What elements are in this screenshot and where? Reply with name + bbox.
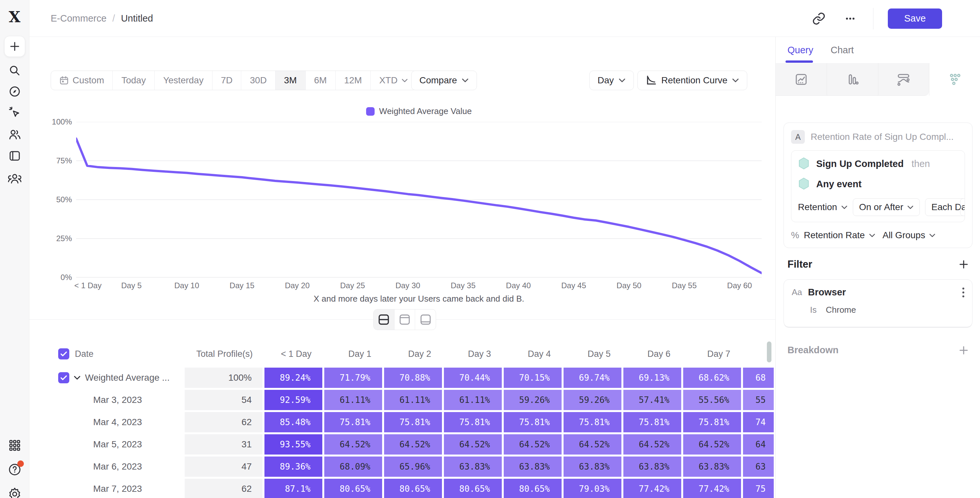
retention-cell[interactable]: 63.83%	[503, 455, 563, 478]
retention-cell-clipped[interactable]: 63	[742, 455, 775, 478]
sidebar-item-users[interactable]	[8, 128, 22, 142]
retention-cell[interactable]: 68.62%	[682, 367, 742, 389]
retention-cell[interactable]: 75.81%	[443, 411, 503, 433]
retention-cell[interactable]: 80.65%	[503, 478, 563, 498]
retention-cell[interactable]: 63.83%	[563, 455, 622, 478]
breadcrumb-title[interactable]: Untitled	[121, 13, 153, 24]
retention-cell[interactable]: 75.81%	[622, 411, 682, 433]
retention-cell[interactable]: 61.11%	[323, 389, 383, 411]
retention-cell-clipped[interactable]: 74	[742, 411, 775, 433]
tab-query[interactable]: Query	[788, 45, 813, 56]
event-step-1[interactable]: Sign Up Completed then	[798, 156, 958, 171]
measure-dropdown[interactable]: Retention Rate	[804, 230, 875, 240]
sidebar-item-apps[interactable]	[8, 439, 21, 452]
share-link-button[interactable]	[810, 10, 827, 27]
retention-cell[interactable]: 70.15%	[503, 367, 563, 389]
sidebar-item-events[interactable]	[8, 105, 22, 119]
compare-button[interactable]: Compare	[411, 71, 477, 90]
kind-flow-tab[interactable]	[878, 63, 929, 96]
retention-cell[interactable]: 63.83%	[682, 455, 742, 478]
sidebar-item-help[interactable]	[8, 462, 22, 477]
range-6m[interactable]: 6M	[305, 71, 336, 90]
retention-mode-dropdown[interactable]: Retention	[798, 202, 848, 212]
filter-value[interactable]: Chrome	[826, 305, 856, 315]
event-step-2[interactable]: Any event	[798, 177, 958, 191]
retention-cell[interactable]: 92.59%	[264, 389, 323, 411]
retention-cell[interactable]: 61.11%	[443, 389, 503, 411]
retention-cell[interactable]: 80.65%	[323, 478, 383, 498]
add-breakdown-button[interactable]	[959, 345, 969, 355]
retention-cell[interactable]: 71.79%	[323, 367, 383, 389]
retention-cell[interactable]: 64.52%	[323, 433, 383, 455]
retention-cell-clipped[interactable]: 64	[742, 433, 775, 455]
retention-cell[interactable]: 85.48%	[264, 411, 323, 433]
retention-cell[interactable]: 80.65%	[443, 478, 503, 498]
view-split-button[interactable]	[374, 309, 394, 330]
retention-cell[interactable]: 65.96%	[383, 455, 443, 478]
filter-card[interactable]: Aa Browser Is Chrome	[784, 279, 972, 327]
range-12m[interactable]: 12M	[336, 71, 371, 90]
each-day-dropdown[interactable]: Each Day	[925, 198, 965, 216]
filter-kebab-menu[interactable]	[963, 288, 964, 298]
retention-cell[interactable]: 64.52%	[682, 433, 742, 455]
retention-cell[interactable]: 59.26%	[503, 389, 563, 411]
retention-cell[interactable]: 64.52%	[622, 433, 682, 455]
range-3m[interactable]: 3M	[275, 71, 305, 90]
retention-cell[interactable]: 57.41%	[622, 389, 682, 411]
retention-cell[interactable]: 80.65%	[383, 478, 443, 498]
retention-cell[interactable]: 63.83%	[622, 455, 682, 478]
retention-cell[interactable]: 75.81%	[323, 411, 383, 433]
retention-cell[interactable]: 75.81%	[563, 411, 622, 433]
retention-cell[interactable]: 75.81%	[503, 411, 563, 433]
select-all-checkbox[interactable]	[58, 348, 69, 360]
retention-cell[interactable]: 79.03%	[563, 478, 622, 498]
row-expander[interactable]	[69, 375, 85, 380]
retention-cell[interactable]: 89.24%	[264, 367, 323, 389]
query-title[interactable]: Retention Rate of Sign Up Compl...	[811, 132, 953, 142]
retention-cell[interactable]: 61.11%	[383, 389, 443, 411]
retention-cell-clipped[interactable]: 68	[742, 367, 775, 389]
on-or-after-dropdown[interactable]: On or After	[853, 198, 920, 216]
range-yesterday[interactable]: Yesterday	[154, 71, 212, 90]
sidebar-item-settings[interactable]	[8, 487, 22, 498]
retention-cell[interactable]: 89.36%	[264, 455, 323, 478]
range-custom[interactable]: Custom	[51, 71, 113, 90]
more-options-button[interactable]	[842, 10, 859, 27]
kind-bar-chart-tab[interactable]	[827, 63, 878, 96]
retention-cell[interactable]: 69.13%	[622, 367, 682, 389]
range-30d[interactable]: 30D	[241, 71, 275, 90]
add-filter-button[interactable]	[959, 259, 969, 269]
retention-cell[interactable]: 75.81%	[383, 411, 443, 433]
retention-cell[interactable]: 55.56%	[682, 389, 742, 411]
breadcrumb-project[interactable]: E-Commerce	[51, 13, 107, 24]
range-xtd[interactable]: XTD	[371, 71, 417, 90]
range-7d[interactable]: 7D	[212, 71, 241, 90]
granularity-dropdown[interactable]: Day	[589, 71, 634, 90]
retention-cell[interactable]: 64.52%	[563, 433, 622, 455]
filter-operator[interactable]: Is	[810, 305, 816, 315]
sidebar-item-explore[interactable]	[8, 85, 21, 98]
retention-cell-clipped[interactable]: 75	[742, 478, 775, 498]
retention-cell[interactable]: 64.52%	[443, 433, 503, 455]
groups-dropdown[interactable]: All Groups	[883, 230, 936, 240]
retention-cell[interactable]: 70.88%	[383, 367, 443, 389]
view-chart-only-button[interactable]	[394, 309, 415, 330]
tab-chart[interactable]: Chart	[830, 45, 854, 56]
retention-cell[interactable]: 59.26%	[563, 389, 622, 411]
view-table-only-button[interactable]	[415, 309, 436, 330]
retention-cell[interactable]: 68.09%	[323, 455, 383, 478]
sidebar-item-boards[interactable]	[8, 150, 21, 162]
retention-cell[interactable]: 75.81%	[682, 411, 742, 433]
app-logo[interactable]: X	[9, 8, 21, 26]
save-button[interactable]: Save	[888, 8, 942, 29]
row-checkbox[interactable]	[58, 372, 69, 383]
retention-cell[interactable]: 64.52%	[503, 433, 563, 455]
retention-cell[interactable]: 77.42%	[622, 478, 682, 498]
retention-cell[interactable]: 63.83%	[443, 455, 503, 478]
retention-cell[interactable]: 93.55%	[264, 433, 323, 455]
kind-line-chart-tab[interactable]	[776, 63, 827, 96]
table-scrollbar-thumb[interactable]	[767, 342, 772, 363]
kind-retention-tab[interactable]	[929, 63, 980, 96]
sidebar-item-search[interactable]	[8, 64, 21, 77]
retention-cell[interactable]: 69.74%	[563, 367, 622, 389]
